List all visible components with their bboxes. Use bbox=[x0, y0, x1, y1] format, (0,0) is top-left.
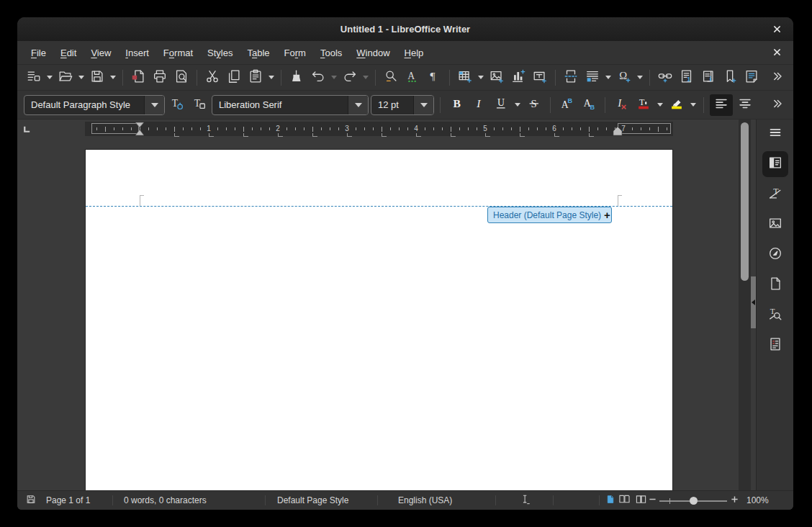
status-page-count[interactable]: Page 1 of 1 bbox=[46, 495, 90, 505]
paste-button[interactable] bbox=[245, 68, 266, 88]
bold-button[interactable]: B bbox=[446, 95, 466, 115]
menu-help[interactable]: Help bbox=[397, 48, 431, 58]
zoom-in-button[interactable] bbox=[731, 495, 739, 505]
close-document-button[interactable] bbox=[771, 47, 782, 58]
save-button[interactable] bbox=[87, 68, 107, 88]
redo-button[interactable] bbox=[340, 68, 360, 88]
ruler-left-margin-zone[interactable] bbox=[91, 123, 139, 134]
new-style-from-selection-button[interactable]: T bbox=[189, 95, 209, 115]
sidebar-tab-accessibility-check[interactable] bbox=[762, 333, 788, 359]
copy-button[interactable] bbox=[224, 68, 244, 88]
paragraph-style-combo[interactable]: Default Paragraph Style bbox=[24, 95, 165, 115]
menu-insert[interactable]: Insert bbox=[118, 48, 156, 58]
menu-styles[interactable]: Styles bbox=[200, 48, 240, 58]
font-name-combo[interactable]: Liberation Serif bbox=[212, 95, 369, 115]
font-size-combo-dropdown-button[interactable] bbox=[413, 96, 433, 114]
subscript-button[interactable]: AB bbox=[579, 95, 599, 115]
redo-dropdown-arrow[interactable] bbox=[361, 68, 370, 88]
new-document-dropdown-arrow[interactable] bbox=[45, 68, 54, 88]
multi-page-view-button[interactable] bbox=[618, 494, 631, 507]
insert-field-button[interactable] bbox=[582, 68, 603, 88]
font-size-combo[interactable]: 12 pt bbox=[371, 95, 434, 115]
underline-button[interactable]: U bbox=[491, 95, 511, 115]
menu-window[interactable]: Window bbox=[349, 48, 397, 58]
insert-endnote-button[interactable]: i bbox=[698, 68, 718, 88]
insert-page-break-button[interactable] bbox=[561, 68, 581, 88]
font-name-combo-dropdown-button[interactable] bbox=[348, 96, 368, 114]
export-as-pdf-button[interactable] bbox=[128, 68, 148, 88]
toggle-print-preview-button[interactable] bbox=[171, 68, 191, 88]
new-document-button[interactable] bbox=[24, 68, 44, 88]
save-dropdown-arrow[interactable] bbox=[109, 68, 117, 88]
right-indent-marker[interactable] bbox=[613, 122, 623, 139]
insert-image-button[interactable] bbox=[487, 68, 507, 88]
menu-form[interactable]: Form bbox=[277, 48, 313, 58]
insert-special-character-dropdown-arrow[interactable] bbox=[636, 68, 644, 88]
tab-stop-type-selector[interactable] bbox=[22, 124, 32, 137]
strikethrough-button[interactable]: S bbox=[524, 95, 544, 115]
sidebar-tab-gallery[interactable] bbox=[762, 212, 788, 238]
italic-button[interactable]: I bbox=[469, 95, 489, 115]
insert-hyperlink-button[interactable] bbox=[655, 68, 675, 88]
insert-table-button[interactable] bbox=[455, 68, 475, 88]
header-plus-button[interactable]: + bbox=[601, 210, 610, 220]
sidebar-tab-navigator[interactable] bbox=[762, 242, 788, 268]
menu-table[interactable]: Table bbox=[240, 48, 276, 58]
clone-formatting-button[interactable] bbox=[287, 68, 307, 88]
align-center-button[interactable] bbox=[735, 95, 755, 115]
toolbar-overflow-button[interactable] bbox=[767, 95, 787, 115]
horizontal-ruler[interactable]: 1234567 bbox=[85, 122, 673, 136]
menu-view[interactable]: View bbox=[84, 48, 118, 58]
insert-table-dropdown-arrow[interactable] bbox=[477, 68, 485, 88]
highlighting-color-dropdown-arrow[interactable] bbox=[689, 95, 698, 115]
zoom-percent[interactable]: 100% bbox=[746, 495, 769, 505]
document-page[interactable]: Header (Default Page Style) + bbox=[85, 149, 673, 490]
insert-special-character-button[interactable]: Ω bbox=[614, 68, 634, 88]
header-indicator[interactable]: Header (Default Page Style) + bbox=[487, 207, 612, 223]
selection-mode-indicator[interactable] bbox=[520, 494, 531, 507]
sidebar-tab-properties[interactable] bbox=[762, 151, 788, 177]
left-indent-marker[interactable] bbox=[135, 122, 145, 139]
document-modified-indicator[interactable] bbox=[26, 495, 36, 507]
sidebar-tab-styles[interactable]: T bbox=[762, 181, 788, 207]
open-file-dropdown-arrow[interactable] bbox=[77, 68, 86, 88]
cut-button[interactable] bbox=[202, 68, 222, 88]
insert-comment-button[interactable] bbox=[741, 68, 762, 88]
single-page-view-button[interactable] bbox=[606, 494, 615, 508]
print-button[interactable] bbox=[150, 68, 170, 88]
menu-tools[interactable]: Tools bbox=[313, 48, 349, 58]
zoom-out-button[interactable] bbox=[649, 495, 657, 505]
find-and-replace-button[interactable] bbox=[381, 68, 401, 88]
align-left-button[interactable] bbox=[710, 94, 733, 116]
toggle-formatting-marks-button[interactable]: ¶ bbox=[424, 68, 444, 88]
sidebar-hide-handle[interactable] bbox=[751, 276, 756, 328]
clear-direct-formatting-button[interactable]: I bbox=[611, 95, 631, 115]
undo-dropdown-arrow[interactable] bbox=[330, 68, 338, 88]
highlighting-color-button[interactable] bbox=[667, 95, 687, 115]
insert-chart-button[interactable] bbox=[508, 68, 528, 88]
insert-footnote-button[interactable]: 1 bbox=[677, 68, 697, 88]
paragraph-style-combo-dropdown-button[interactable] bbox=[144, 96, 164, 114]
sidebar-tab-page[interactable] bbox=[762, 272, 788, 298]
status-language[interactable]: English (USA) bbox=[398, 495, 452, 505]
insert-text-box-button[interactable] bbox=[530, 68, 550, 88]
menu-file[interactable]: File bbox=[24, 48, 53, 58]
menu-format[interactable]: Format bbox=[156, 48, 200, 58]
underline-dropdown-arrow[interactable] bbox=[513, 95, 522, 115]
menu-edit[interactable]: Edit bbox=[53, 48, 84, 58]
check-spelling-button[interactable]: A bbox=[402, 68, 423, 88]
update-selected-style-button[interactable]: T bbox=[167, 95, 187, 115]
zoom-slider-thumb[interactable] bbox=[690, 497, 698, 505]
undo-button[interactable] bbox=[308, 68, 328, 88]
status-word-count[interactable]: 0 words, 0 characters bbox=[124, 495, 207, 505]
vertical-scrollbar[interactable] bbox=[739, 120, 751, 490]
window-close-button[interactable] bbox=[771, 24, 782, 35]
toolbar-overflow-button[interactable] bbox=[767, 68, 787, 88]
status-page-style[interactable]: Default Page Style bbox=[277, 495, 348, 505]
sidebar-settings[interactable] bbox=[762, 121, 788, 147]
insert-field-dropdown-arrow[interactable] bbox=[604, 68, 613, 88]
insert-bookmark-button[interactable] bbox=[720, 68, 740, 88]
font-color-dropdown-arrow[interactable] bbox=[656, 95, 664, 115]
open-file-button[interactable] bbox=[55, 68, 76, 88]
font-color-button[interactable]: T bbox=[633, 95, 654, 115]
